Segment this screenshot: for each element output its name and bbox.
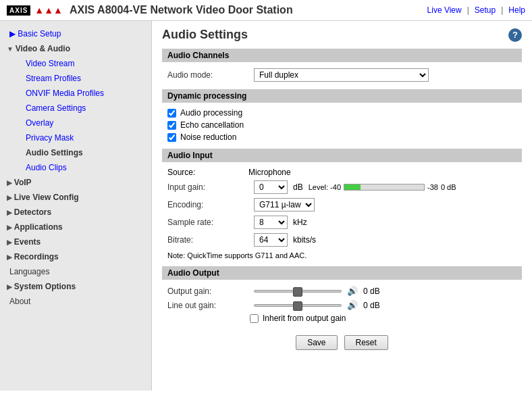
header: AXIS ▲▲▲ AXIS A8004-VE Network Video Doo… [0, 0, 532, 21]
sidebar-section-recordings[interactable]: Recordings [0, 249, 151, 264]
inherit-label: Inherit from output gain [263, 314, 346, 323]
line-out-gain-row: Line out gain: 🔊 0 dB [162, 298, 522, 312]
button-row: Save Reset [162, 330, 522, 355]
sample-rate-select[interactable]: 816 [254, 216, 288, 229]
line-out-gain-value: 0 dB [363, 301, 380, 310]
help-icon[interactable]: ? [508, 28, 522, 42]
inherit-row: Inherit from output gain [162, 312, 522, 324]
output-gain-row: Output gain: 🔊 0 dB [162, 284, 522, 298]
level-bar-bg [344, 184, 425, 191]
audio-mode-row: Audio mode: Full duplex Half duplex Simp… [162, 66, 522, 84]
sidebar-item-audio-settings: Audio Settings [16, 145, 151, 160]
logo-area: AXIS ▲▲▲ [7, 5, 63, 16]
sidebar-item-stream-profiles[interactable]: Stream Profiles [16, 71, 151, 86]
audio-processing-label: Audio processing [180, 108, 242, 118]
audio-input-section: Audio Input Source: Microphone Input gai… [162, 149, 522, 261]
echo-cancellation-row: Echo cancellation [162, 119, 522, 131]
speaker-icon-line-out: 🔊 [347, 300, 358, 310]
level-label: Level: -40 [309, 183, 341, 191]
level-bar-fill [344, 184, 361, 190]
nav-sep1: | [467, 5, 469, 15]
sample-rate-row: Sample rate: 816 kHz [162, 214, 522, 231]
sidebar-item-about[interactable]: About [0, 294, 151, 309]
sidebar-item-overlay[interactable]: Overlay [16, 116, 151, 130]
audio-processing-checkbox[interactable] [167, 109, 176, 118]
source-row: Source: Microphone [162, 166, 522, 178]
sample-rate-unit: kHz [293, 218, 307, 227]
inherit-checkbox[interactable] [250, 314, 259, 323]
audio-mode-select[interactable]: Full duplex Half duplex Simplex - networ… [254, 68, 429, 82]
bitrate-select[interactable]: 81624324864 [254, 233, 288, 247]
sample-rate-label: Sample rate: [167, 218, 248, 227]
noise-reduction-label: Noise reduction [180, 132, 236, 142]
sidebar-item-languages[interactable]: Languages [0, 264, 151, 279]
sidebar-section-live-view-config[interactable]: Live View Config [0, 190, 151, 205]
sidebar-item-basic-setup[interactable]: ▶ Basic Setup [0, 26, 151, 41]
main-content: Audio Settings ? Audio Channels Audio mo… [152, 21, 532, 391]
input-gain-row: Input gain: 06121824 dB Level: -40 -38 0… [162, 178, 522, 196]
input-gain-unit: dB [293, 182, 303, 192]
source-value: Microphone [248, 168, 291, 177]
input-gain-select[interactable]: 06121824 [254, 180, 288, 194]
nav-live-view[interactable]: Live View [427, 5, 462, 15]
encoding-row: Encoding: G711 µ-lawG726AAC [162, 196, 522, 214]
encoding-select[interactable]: G711 µ-lawG726AAC [254, 198, 315, 212]
note-text: Note: QuickTime supports G711 and AAC. [162, 250, 522, 261]
output-gain-label: Output gain: [167, 287, 248, 296]
sidebar-sub-video: Video Stream Stream Profiles ONVIF Media… [0, 56, 151, 175]
layout: ▶ Basic Setup Video & Audio Video Stream… [0, 21, 532, 391]
sidebar-item-onvif-media[interactable]: ONVIF Media Profiles [16, 86, 151, 101]
speaker-icon-output: 🔊 [347, 286, 358, 296]
source-label: Source: [167, 168, 248, 177]
dynamic-processing-header: Dynamic processing [162, 89, 522, 103]
output-gain-thumb [293, 287, 302, 297]
audio-channels-section: Audio Channels Audio mode: Full duplex H… [162, 49, 522, 84]
sidebar-section-events[interactable]: Events [0, 234, 151, 249]
nav-setup[interactable]: Setup [475, 5, 496, 15]
sidebar-item-privacy-mask[interactable]: Privacy Mask [16, 130, 151, 145]
sidebar: ▶ Basic Setup Video & Audio Video Stream… [0, 21, 152, 391]
output-gain-track [254, 290, 342, 293]
line-out-gain-slider[interactable] [254, 304, 342, 307]
header-title: AXIS A8004-VE Network Video Door Station [70, 4, 293, 16]
input-gain-label: Input gain: [167, 182, 248, 192]
level-container: Level: -40 -38 0 dB [309, 183, 456, 191]
axis-logo: AXIS [7, 5, 30, 16]
save-button[interactable]: Save [296, 335, 337, 350]
noise-reduction-checkbox[interactable] [167, 133, 176, 142]
audio-channels-header: Audio Channels [162, 49, 522, 62]
line-out-gain-track [254, 304, 342, 307]
nav-help[interactable]: Help [508, 5, 525, 15]
sidebar-item-camera-settings[interactable]: Camera Settings [16, 101, 151, 116]
sidebar-section-system-options[interactable]: System Options [0, 279, 151, 294]
bitrate-row: Bitrate: 81624324864 kbits/s [162, 231, 522, 249]
noise-reduction-row: Noise reduction [162, 131, 522, 143]
header-nav: Live View | Setup | Help [427, 5, 525, 15]
output-gain-slider[interactable] [254, 290, 342, 293]
audio-mode-label: Audio mode: [167, 70, 248, 80]
bitrate-label: Bitrate: [167, 235, 248, 245]
sidebar-section-video-audio[interactable]: Video & Audio [0, 41, 151, 56]
sidebar-item-audio-clips[interactable]: Audio Clips [16, 160, 151, 175]
arrow-icon: ▶ [9, 29, 18, 39]
audio-processing-row: Audio processing [162, 107, 522, 119]
line-out-gain-thumb [293, 301, 302, 311]
encoding-label: Encoding: [167, 200, 248, 209]
page-title: Audio Settings [162, 28, 248, 42]
axis-icon: ▲▲▲ [34, 5, 63, 16]
dynamic-processing-section: Dynamic processing Audio processing Echo… [162, 89, 522, 143]
audio-input-header: Audio Input [162, 149, 522, 162]
audio-output-header: Audio Output [162, 266, 522, 280]
sidebar-section-voip[interactable]: VoIP [0, 175, 151, 190]
output-gain-value: 0 dB [363, 287, 380, 296]
level-db: -38 [427, 183, 438, 191]
audio-output-section: Audio Output Output gain: 🔊 0 dB Line ou… [162, 266, 522, 324]
line-out-gain-label: Line out gain: [167, 301, 248, 310]
sidebar-item-video-stream[interactable]: Video Stream [16, 56, 151, 71]
reset-button[interactable]: Reset [344, 335, 388, 350]
header-left: AXIS ▲▲▲ AXIS A8004-VE Network Video Doo… [7, 4, 293, 16]
echo-cancellation-label: Echo cancellation [180, 120, 244, 130]
sidebar-section-applications[interactable]: Applications [0, 220, 151, 234]
echo-cancellation-checkbox[interactable] [167, 121, 176, 130]
sidebar-section-detectors[interactable]: Detectors [0, 205, 151, 220]
